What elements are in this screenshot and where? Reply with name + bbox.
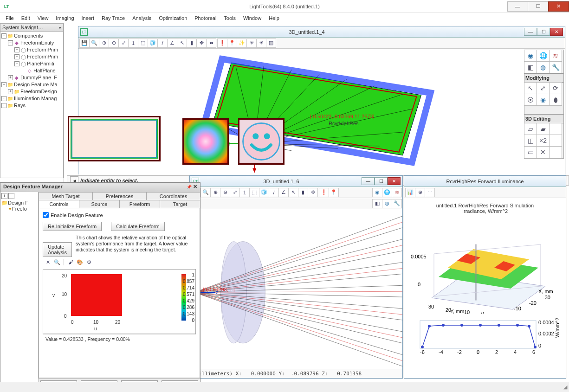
illum-2d-plot[interactable]: 0.0004 0.0002 0 W/mm^2 -6-4-20246 xyxy=(406,317,564,359)
tab-preferences[interactable]: Preferences xyxy=(92,192,147,200)
mdi-close-button[interactable]: ✕ xyxy=(550,28,563,36)
brush-icon[interactable]: 🖌 xyxy=(66,258,75,266)
cursor-icon[interactable]: ▮ xyxy=(187,39,197,48)
dfm-tree-root[interactable]: Design F xyxy=(8,200,28,206)
view1-icon[interactable]: 1 xyxy=(128,39,138,48)
tab-controls[interactable]: Controls xyxy=(39,200,79,208)
alert-icon[interactable]: ❗ xyxy=(217,39,227,48)
palette-render-icon[interactable]: ◧ xyxy=(372,199,382,208)
system-navigator-tree[interactable]: 📁Components ◆FreeformEntity ◯FreeformPri… xyxy=(0,32,64,178)
close-icon[interactable]: ✕ xyxy=(193,184,197,189)
tree-expander[interactable] xyxy=(1,96,6,101)
viewport-3d-lens[interactable]: y z [0,0.50293,…] xyxy=(190,209,402,371)
pin-icon[interactable] xyxy=(187,184,192,189)
ray-icon[interactable]: ☀ xyxy=(256,39,266,48)
tree-item[interactable]: FreeformDesign xyxy=(20,88,57,95)
dfm-tree-item[interactable]: Freefo xyxy=(12,206,27,212)
tree-item[interactable]: FreeformEntity xyxy=(20,39,54,46)
view-cube-icon[interactable]: 🧊 xyxy=(259,188,269,197)
mdi-titlebar[interactable]: LT 3D_untitled.1_4 — ☐ ✕ xyxy=(78,26,565,38)
snap-icon[interactable]: ✳ xyxy=(246,39,257,48)
pinpoint-icon[interactable]: 📍 xyxy=(227,39,237,48)
crosshair-icon[interactable]: ✕ xyxy=(44,258,52,266)
view-cube-icon[interactable]: 🧊 xyxy=(148,39,158,48)
palette-globe-icon[interactable]: 🌐 xyxy=(382,188,392,197)
zoom-fit-icon[interactable]: ⤢ xyxy=(118,39,129,48)
divider-icon[interactable]: / xyxy=(157,39,168,48)
tab-mesh-target[interactable]: Mesh Target xyxy=(39,192,93,200)
menu-help[interactable]: Help xyxy=(265,14,283,22)
system-navigator-header[interactable]: System Navigat… xyxy=(0,23,64,32)
menu-tools[interactable]: Tools xyxy=(220,14,239,22)
palette-array-icon[interactable]: ⦿ xyxy=(524,94,537,106)
tree-item[interactable]: Design Feature Ma xyxy=(14,81,58,88)
collapse-button[interactable]: − xyxy=(8,193,14,199)
zoom-in-icon[interactable]: ⊕ xyxy=(210,188,220,197)
mdi-minimize-button[interactable]: — xyxy=(524,28,537,36)
palette-wrench-icon[interactable]: 🔧 xyxy=(549,61,562,73)
tree-expander[interactable] xyxy=(8,89,13,94)
menu-analysis[interactable]: Analysis xyxy=(129,14,155,22)
menu-edit[interactable]: Edit xyxy=(18,14,34,22)
tree-root[interactable]: Components xyxy=(14,32,43,39)
update-analysis-button[interactable]: Update Analysis xyxy=(43,242,72,257)
mdi-close-button[interactable]: ✕ xyxy=(388,177,401,185)
tree-item[interactable]: FreeformPrim xyxy=(27,53,58,60)
palette-surface-icon[interactable]: ⬮ xyxy=(549,94,562,106)
menu-view[interactable]: View xyxy=(34,14,52,22)
illum-3d-surface[interactable]: 0.0005 0 30 20 10 0 Y, mm -10 -20 -30 Y,… xyxy=(406,217,564,314)
palette-globe-icon[interactable]: 🌐 xyxy=(537,50,550,62)
enable-design-feature-checkbox[interactable]: Enable Design Feature xyxy=(43,212,196,218)
preview-rect-illum[interactable] xyxy=(68,116,161,161)
palette-mult-icon[interactable]: ×2 xyxy=(537,135,550,147)
edge-icon[interactable]: ∠ xyxy=(167,39,177,48)
palette-icon[interactable]: 🎨 xyxy=(76,258,84,266)
target-icon[interactable]: ⊕ xyxy=(415,188,425,197)
palette-render-icon[interactable]: ◧ xyxy=(524,61,537,73)
tree-expander[interactable] xyxy=(8,75,13,80)
palette-extrude-icon[interactable]: ▱ xyxy=(524,123,537,135)
menu-insert[interactable]: Insert xyxy=(78,14,98,22)
options-icon[interactable]: ⚙ xyxy=(85,258,93,266)
palette-rotate-icon[interactable]: ⟳ xyxy=(549,82,562,94)
zoom-out-icon[interactable]: ⊖ xyxy=(109,39,119,48)
preview-smiley-illum[interactable] xyxy=(238,118,284,165)
tab-freeform[interactable]: Freeform xyxy=(119,200,160,208)
expand-button[interactable]: + xyxy=(1,193,7,199)
highlight-icon[interactable]: ✨ xyxy=(237,39,247,48)
palette-shape1-icon[interactable]: ▭ xyxy=(524,146,537,158)
zoom-sel-icon[interactable]: 🔍 xyxy=(89,39,99,48)
tree-item[interactable]: HalfPlane xyxy=(33,67,56,74)
palette-disk-icon[interactable]: ◍ xyxy=(537,61,550,73)
dfm-tree[interactable]: +− 📁Design F ✦Freefo xyxy=(0,192,39,392)
palette-disk-icon[interactable]: ◍ xyxy=(382,199,392,208)
zoom-out-icon[interactable]: ⊖ xyxy=(220,188,230,197)
cursor-icon[interactable]: ▮ xyxy=(298,188,308,197)
palette-select-icon[interactable]: ↖ xyxy=(524,82,537,94)
variation-chart[interactable]: 20 10 0 v 0 10 20 u 1 0.857 0.714 0.571 … xyxy=(43,269,196,334)
pan-icon[interactable]: ⇔ xyxy=(206,39,216,48)
chevron-down-icon[interactable] xyxy=(59,25,61,30)
more-icon[interactable]: ⋯ xyxy=(425,188,435,197)
menu-optimization[interactable]: Optimization xyxy=(155,14,191,22)
select-arrow-icon[interactable]: ↖ xyxy=(288,188,298,197)
tree-expander[interactable] xyxy=(1,82,6,87)
tree-item[interactable]: FreeformPrim xyxy=(27,46,58,53)
palette-sweep-icon[interactable]: ▰ xyxy=(537,123,550,135)
palette-blocks-icon[interactable]: ≋ xyxy=(549,50,562,62)
tree-item[interactable]: Illumination Manag xyxy=(14,95,57,102)
tree-expander[interactable] xyxy=(1,103,6,108)
resize-grip-icon[interactable]: ◢ xyxy=(563,384,567,390)
tree-item[interactable]: Rays xyxy=(14,102,26,109)
calculate-freeform-button[interactable]: Calculate Freeform xyxy=(111,222,165,231)
menu-window[interactable]: Window xyxy=(239,14,265,22)
palette-blocks-icon[interactable]: ≋ xyxy=(392,188,402,197)
tab-coordinates[interactable]: Coordinates xyxy=(146,192,200,200)
tree-expander[interactable] xyxy=(14,61,19,66)
move-icon[interactable]: ✥ xyxy=(196,39,207,48)
tree-expander[interactable] xyxy=(14,54,19,59)
dfm-titlebar[interactable]: Design Feature Manager ✕ xyxy=(0,183,200,192)
move-icon[interactable]: ✥ xyxy=(308,188,318,197)
menu-photoreal[interactable]: Photoreal xyxy=(191,14,220,22)
tree-expander[interactable] xyxy=(8,40,13,45)
